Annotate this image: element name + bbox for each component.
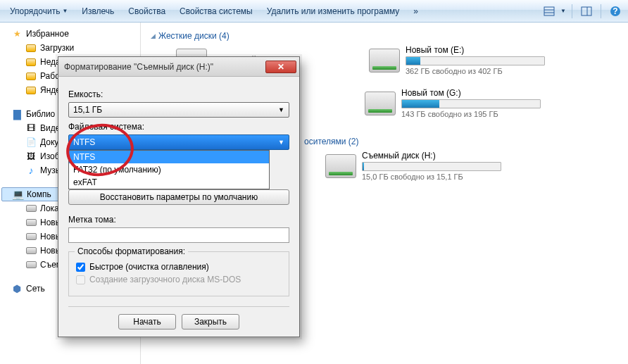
hdd-icon [365, 92, 396, 115]
uninstall-menu[interactable]: Удалить или изменить программу [261, 4, 406, 19]
filesystem-label: Файловая система: [68, 122, 289, 132]
help-icon[interactable]: ? [607, 3, 624, 20]
drive-stat: 362 ГБ свободно из 402 ГБ [406, 67, 545, 75]
downloads-item[interactable]: Загрузки [0, 41, 140, 55]
explorer-toolbar: Упорядочить▼ Извлечь Свойства Свойства с… [0, 0, 628, 23]
chevron-down-icon: ▼ [278, 106, 284, 113]
extract-menu[interactable]: Извлечь [76, 4, 120, 19]
drive-icon [25, 203, 37, 214]
filesystem-dropdown: NTFS FAT32 (по умолчанию) exFAT [68, 150, 270, 189]
dialog-titlebar[interactable]: Форматирование "Съемный диск (H:)" ✕ [58, 57, 299, 77]
capacity-combo[interactable]: 15,1 ГБ▼ [68, 102, 289, 118]
close-icon: ✕ [277, 62, 284, 72]
network-icon: ⬢ [11, 283, 23, 294]
toolbar-overflow[interactable]: » [408, 4, 424, 19]
folder-icon [25, 42, 37, 54]
hdd-icon [369, 49, 400, 73]
dialog-title: Форматирование "Съемный диск (H:)" [64, 62, 265, 72]
drive-item[interactable]: Новый том (G:) 143 ГБ свободно из 195 ГБ [365, 88, 541, 118]
usage-bar [401, 99, 541, 108]
drive-title: Новый том (E:) [406, 45, 545, 55]
chevron-down-icon: ▼ [62, 8, 68, 14]
volume-label-input[interactable] [68, 227, 289, 243]
msdos-checkbox [76, 275, 85, 284]
filesystem-combo[interactable]: NTFS▼ [68, 134, 289, 150]
capacity-label: Емкость: [68, 89, 289, 99]
format-dialog: Форматирование "Съемный диск (H:)" ✕ Емк… [58, 56, 300, 337]
drive-icon [25, 217, 37, 228]
triangle-down-icon: ◢ [151, 32, 156, 39]
folder-icon [25, 70, 37, 82]
filesystem-option[interactable]: exFAT [69, 176, 269, 189]
drive-icon [25, 259, 37, 270]
filesystem-option[interactable]: NTFS [69, 151, 269, 163]
drive-icon [25, 231, 37, 242]
filesystem-option[interactable]: FAT32 (по умолчанию) [69, 163, 269, 176]
quick-format-checkbox[interactable] [76, 263, 85, 272]
usage-bar [362, 162, 501, 171]
star-icon: ★ [11, 28, 23, 39]
drive-stat: 143 ГБ свободно из 195 ГБ [401, 110, 541, 118]
document-icon: 📄 [25, 137, 37, 148]
system-properties-menu[interactable]: Свойства системы [174, 4, 258, 19]
drive-title: Новый том (G:) [401, 88, 541, 98]
drive-title: Съемный диск (H:) [362, 151, 501, 161]
close-dialog-button[interactable]: Закрыть [182, 314, 239, 330]
start-button[interactable]: Начать [118, 314, 176, 330]
library-icon: ▇ [11, 108, 23, 120]
picture-icon: 🖼 [25, 151, 37, 162]
folder-icon [25, 84, 37, 96]
drive-stat: 15,0 ГБ свободно из 15,1 ГБ [362, 172, 501, 181]
preview-pane-icon[interactable] [578, 3, 595, 20]
msdos-boot-check: Создание загрузочного диска MS-DOS [76, 275, 282, 284]
music-icon: ♪ [25, 165, 37, 176]
organize-menu[interactable]: Упорядочить▼ [4, 4, 73, 19]
restore-defaults-button[interactable]: Восстановить параметры по умолчанию [68, 189, 289, 205]
quick-format-check[interactable]: Быстрое (очистка оглавления) [76, 262, 282, 272]
view-icon[interactable] [541, 3, 558, 20]
svg-rect-0 [544, 7, 554, 15]
favorites-group[interactable]: ★Избранное [0, 27, 140, 41]
drive-icon [25, 245, 37, 256]
removable-drive-icon [325, 154, 356, 178]
hdd-section-header[interactable]: ◢Жесткие диски (4) [148, 25, 621, 45]
video-icon: 🎞 [25, 123, 37, 134]
format-methods-group: Способы форматирования: Быстрое (очистка… [68, 251, 289, 296]
close-button[interactable]: ✕ [265, 61, 296, 73]
computer-icon: 💻 [12, 189, 23, 200]
folder-icon [25, 56, 37, 68]
group-legend: Способы форматирования: [75, 246, 188, 256]
drive-item[interactable]: Съемный диск (H:) 15,0 ГБ свободно из 15… [325, 151, 501, 181]
chevron-down-icon: ▼ [560, 8, 566, 14]
drive-item[interactable]: Новый том (E:) 362 ГБ свободно из 402 ГБ [369, 45, 545, 75]
svg-text:?: ? [613, 6, 617, 16]
usage-bar [406, 56, 545, 65]
volume-label-label: Метка тома: [68, 215, 289, 225]
svg-rect-3 [582, 7, 591, 15]
properties-menu[interactable]: Свойства [123, 4, 171, 19]
chevron-down-icon: ▼ [278, 139, 284, 146]
